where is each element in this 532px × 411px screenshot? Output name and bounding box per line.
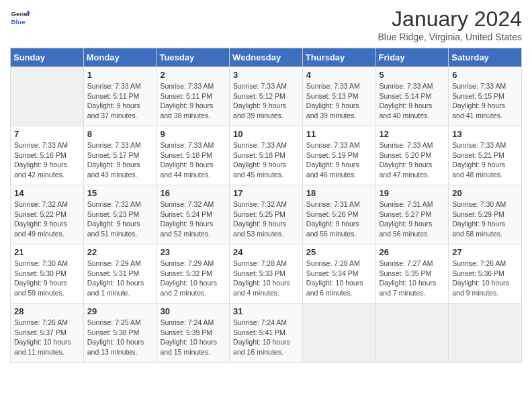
day-number: 22	[87, 247, 153, 257]
calendar-cell	[449, 304, 522, 363]
day-number: 25	[306, 247, 372, 257]
day-number: 2	[160, 70, 226, 80]
calendar-cell: 18Sunrise: 7:31 AM Sunset: 5:26 PM Dayli…	[302, 185, 375, 244]
day-number: 28	[14, 306, 80, 316]
day-number: 12	[380, 129, 445, 139]
day-info: Sunrise: 7:32 AM Sunset: 5:22 PM Dayligh…	[14, 199, 80, 239]
calendar-cell	[11, 67, 84, 126]
day-info: Sunrise: 7:33 AM Sunset: 5:21 PM Dayligh…	[452, 140, 518, 180]
day-info: Sunrise: 7:33 AM Sunset: 5:16 PM Dayligh…	[14, 140, 80, 180]
day-number: 18	[306, 188, 372, 198]
logo: GeneralBlue	[10, 7, 30, 27]
calendar-cell: 22Sunrise: 7:29 AM Sunset: 5:31 PM Dayli…	[83, 244, 157, 304]
day-number: 3	[233, 70, 299, 80]
weekday-header: Thursday	[302, 48, 375, 67]
calendar-cell: 16Sunrise: 7:32 AM Sunset: 5:24 PM Dayli…	[157, 185, 230, 244]
day-info: Sunrise: 7:31 AM Sunset: 5:27 PM Dayligh…	[380, 199, 445, 239]
day-info: Sunrise: 7:33 AM Sunset: 5:11 PM Dayligh…	[87, 81, 153, 121]
calendar-cell: 26Sunrise: 7:27 AM Sunset: 5:35 PM Dayli…	[375, 244, 449, 304]
calendar-cell: 4Sunrise: 7:33 AM Sunset: 5:13 PM Daylig…	[302, 67, 375, 126]
calendar-cell: 24Sunrise: 7:28 AM Sunset: 5:33 PM Dayli…	[230, 244, 303, 304]
calendar-cell: 28Sunrise: 7:26 AM Sunset: 5:37 PM Dayli…	[11, 304, 84, 363]
weekday-header: Wednesday	[230, 48, 303, 67]
calendar-cell: 5Sunrise: 7:33 AM Sunset: 5:14 PM Daylig…	[375, 67, 449, 126]
day-info: Sunrise: 7:33 AM Sunset: 5:20 PM Dayligh…	[380, 140, 445, 180]
day-number: 27	[452, 247, 518, 257]
weekday-header: Monday	[83, 48, 157, 67]
page-header: GeneralBlue January 2024 Blue Ridge, Vir…	[10, 7, 522, 42]
calendar-cell: 15Sunrise: 7:32 AM Sunset: 5:23 PM Dayli…	[83, 185, 157, 244]
calendar-cell: 25Sunrise: 7:28 AM Sunset: 5:34 PM Dayli…	[302, 244, 375, 304]
day-info: Sunrise: 7:28 AM Sunset: 5:33 PM Dayligh…	[233, 259, 299, 298]
day-number: 8	[87, 129, 153, 139]
day-number: 5	[380, 70, 445, 80]
day-number: 26	[380, 247, 445, 257]
day-info: Sunrise: 7:32 AM Sunset: 5:24 PM Dayligh…	[160, 199, 226, 239]
day-number: 17	[233, 188, 299, 198]
day-info: Sunrise: 7:26 AM Sunset: 5:37 PM Dayligh…	[14, 318, 80, 357]
day-info: Sunrise: 7:30 AM Sunset: 5:29 PM Dayligh…	[452, 199, 518, 239]
day-number: 20	[452, 188, 518, 198]
calendar-cell: 13Sunrise: 7:33 AM Sunset: 5:21 PM Dayli…	[449, 126, 522, 185]
day-info: Sunrise: 7:33 AM Sunset: 5:18 PM Dayligh…	[160, 140, 226, 180]
calendar-cell: 21Sunrise: 7:30 AM Sunset: 5:30 PM Dayli…	[11, 244, 84, 304]
day-info: Sunrise: 7:24 AM Sunset: 5:39 PM Dayligh…	[160, 318, 226, 357]
day-info: Sunrise: 7:33 AM Sunset: 5:14 PM Dayligh…	[380, 81, 445, 121]
calendar-cell	[375, 304, 449, 363]
calendar-title: January 2024	[378, 7, 522, 32]
calendar-cell: 14Sunrise: 7:32 AM Sunset: 5:22 PM Dayli…	[11, 185, 84, 244]
calendar-cell: 17Sunrise: 7:32 AM Sunset: 5:25 PM Dayli…	[230, 185, 303, 244]
calendar-cell: 23Sunrise: 7:29 AM Sunset: 5:32 PM Dayli…	[157, 244, 230, 304]
day-info: Sunrise: 7:28 AM Sunset: 5:34 PM Dayligh…	[306, 259, 372, 298]
calendar-cell: 2Sunrise: 7:33 AM Sunset: 5:11 PM Daylig…	[157, 67, 230, 126]
day-info: Sunrise: 7:32 AM Sunset: 5:23 PM Dayligh…	[87, 199, 153, 239]
day-info: Sunrise: 7:33 AM Sunset: 5:17 PM Dayligh…	[87, 140, 153, 180]
day-number: 15	[87, 188, 153, 198]
title-block: January 2024 Blue Ridge, Virginia, Unite…	[378, 7, 522, 42]
day-number: 9	[160, 129, 226, 139]
calendar-cell: 11Sunrise: 7:33 AM Sunset: 5:19 PM Dayli…	[302, 126, 375, 185]
calendar-table: SundayMondayTuesdayWednesdayThursdayFrid…	[10, 48, 522, 363]
weekday-header: Saturday	[449, 48, 522, 67]
calendar-cell: 10Sunrise: 7:33 AM Sunset: 5:18 PM Dayli…	[230, 126, 303, 185]
calendar-cell	[302, 304, 375, 363]
weekday-header: Friday	[375, 48, 449, 67]
calendar-cell: 1Sunrise: 7:33 AM Sunset: 5:11 PM Daylig…	[83, 67, 157, 126]
calendar-cell: 31Sunrise: 7:24 AM Sunset: 5:41 PM Dayli…	[230, 304, 303, 363]
day-number: 30	[160, 306, 226, 316]
calendar-cell: 20Sunrise: 7:30 AM Sunset: 5:29 PM Dayli…	[449, 185, 522, 244]
day-number: 24	[233, 247, 299, 257]
day-number: 16	[160, 188, 226, 198]
day-number: 13	[452, 129, 518, 139]
day-number: 21	[14, 247, 80, 257]
svg-text:Blue: Blue	[11, 18, 26, 26]
calendar-cell: 27Sunrise: 7:26 AM Sunset: 5:36 PM Dayli…	[449, 244, 522, 304]
day-number: 11	[306, 129, 372, 139]
calendar-cell: 9Sunrise: 7:33 AM Sunset: 5:18 PM Daylig…	[157, 126, 230, 185]
day-info: Sunrise: 7:31 AM Sunset: 5:26 PM Dayligh…	[306, 199, 372, 239]
day-info: Sunrise: 7:33 AM Sunset: 5:19 PM Dayligh…	[306, 140, 372, 180]
day-info: Sunrise: 7:26 AM Sunset: 5:36 PM Dayligh…	[452, 259, 518, 298]
calendar-cell: 29Sunrise: 7:25 AM Sunset: 5:38 PM Dayli…	[83, 304, 157, 363]
day-info: Sunrise: 7:29 AM Sunset: 5:32 PM Dayligh…	[160, 259, 226, 298]
day-info: Sunrise: 7:33 AM Sunset: 5:18 PM Dayligh…	[233, 140, 299, 180]
calendar-cell: 12Sunrise: 7:33 AM Sunset: 5:20 PM Dayli…	[375, 126, 449, 185]
day-info: Sunrise: 7:24 AM Sunset: 5:41 PM Dayligh…	[233, 318, 299, 357]
day-number: 31	[233, 306, 299, 316]
day-info: Sunrise: 7:32 AM Sunset: 5:25 PM Dayligh…	[233, 199, 299, 239]
day-info: Sunrise: 7:33 AM Sunset: 5:15 PM Dayligh…	[452, 81, 518, 121]
calendar-cell: 6Sunrise: 7:33 AM Sunset: 5:15 PM Daylig…	[449, 67, 522, 126]
weekday-header: Sunday	[11, 48, 84, 67]
calendar-cell: 7Sunrise: 7:33 AM Sunset: 5:16 PM Daylig…	[11, 126, 84, 185]
day-info: Sunrise: 7:33 AM Sunset: 5:12 PM Dayligh…	[233, 81, 299, 121]
day-number: 14	[14, 188, 80, 198]
day-number: 29	[87, 306, 153, 316]
day-number: 1	[87, 70, 153, 80]
logo-icon: GeneralBlue	[10, 7, 30, 27]
weekday-header: Tuesday	[157, 48, 230, 67]
day-number: 4	[306, 70, 372, 80]
day-number: 7	[14, 129, 80, 139]
day-info: Sunrise: 7:27 AM Sunset: 5:35 PM Dayligh…	[380, 259, 445, 298]
calendar-cell: 8Sunrise: 7:33 AM Sunset: 5:17 PM Daylig…	[83, 126, 157, 185]
day-info: Sunrise: 7:33 AM Sunset: 5:11 PM Dayligh…	[160, 81, 226, 121]
